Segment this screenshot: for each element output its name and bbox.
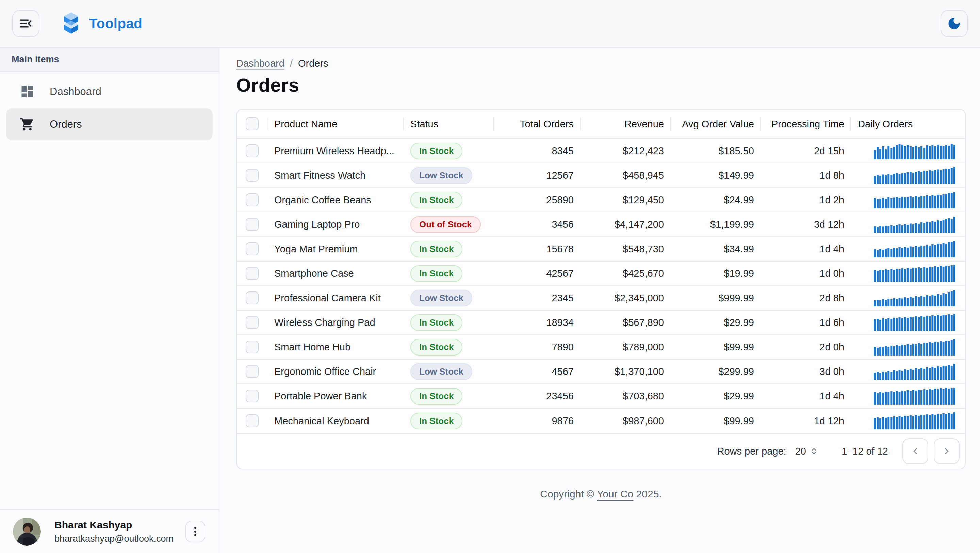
cell-avg-order-value: $999.99 xyxy=(671,293,761,304)
row-checkbox[interactable] xyxy=(246,144,259,157)
table-row[interactable]: Smart Fitness WatchLow Stock12567$458,94… xyxy=(237,163,965,188)
cell-revenue: $567,890 xyxy=(581,317,671,328)
row-checkbox[interactable] xyxy=(246,341,259,354)
sidebar-nav: Dashboard Orders xyxy=(0,72,219,141)
breadcrumb-dashboard-link[interactable]: Dashboard xyxy=(236,58,285,69)
chevron-left-icon xyxy=(909,445,921,457)
cell-avg-order-value: $1,199.99 xyxy=(671,219,761,230)
cell-revenue: $1,370,100 xyxy=(581,366,671,377)
unfold-stepper-icon xyxy=(809,446,819,456)
cell-avg-order-value: $149.99 xyxy=(671,170,761,181)
table-row[interactable]: Yoga Mat PremiumIn Stock15678$548,730$34… xyxy=(237,237,965,261)
row-checkbox[interactable] xyxy=(246,390,259,403)
table-row[interactable]: Portable Power BankIn Stock23456$703,680… xyxy=(237,384,965,409)
footer-company-link[interactable]: Your Co xyxy=(597,488,633,500)
toolpad-app: Toolpad Main items Dashboard xyxy=(0,0,980,553)
cell-processing-time: 3d 12h xyxy=(761,219,851,230)
cell-status: In Stock xyxy=(404,339,494,355)
account-name: Bharat Kashyap xyxy=(54,519,185,531)
daily-orders-sparkline xyxy=(874,387,956,405)
cell-revenue: $4,147,200 xyxy=(581,219,671,230)
table-row[interactable]: Smartphone CaseIn Stock42567$425,670$19.… xyxy=(237,261,965,286)
account-menu-button[interactable] xyxy=(185,521,205,542)
row-checkbox-cell xyxy=(237,242,267,255)
row-checkbox-cell xyxy=(237,292,267,304)
status-badge: Low Stock xyxy=(410,167,472,184)
status-badge: In Stock xyxy=(410,388,463,405)
row-checkbox-cell xyxy=(237,390,267,403)
theme-toggle-button[interactable] xyxy=(940,10,968,37)
row-checkbox[interactable] xyxy=(246,316,259,329)
rows-per-page-select[interactable]: 20 xyxy=(795,446,819,457)
orders-table: Product NameStatusTotal OrdersRevenueAvg… xyxy=(236,109,966,469)
cell-daily-orders xyxy=(851,191,965,209)
sidebar-item-dashboard[interactable]: Dashboard xyxy=(6,76,213,108)
cell-avg-order-value: $185.50 xyxy=(671,145,761,157)
column-header-avg-order-value[interactable]: Avg Order Value xyxy=(671,110,761,138)
cell-revenue: $703,680 xyxy=(581,390,671,402)
row-checkbox[interactable] xyxy=(246,365,259,378)
column-header-revenue[interactable]: Revenue xyxy=(581,110,671,138)
daily-orders-sparkline xyxy=(874,216,956,233)
row-checkbox[interactable] xyxy=(246,267,259,280)
cell-status: In Stock xyxy=(404,413,494,429)
table-row[interactable]: Smart Home HubIn Stock7890$789,000$99.99… xyxy=(237,335,965,360)
app-title: Toolpad xyxy=(89,16,142,31)
footer-copyright: Copyright © Your Co 2025. xyxy=(236,488,966,500)
row-checkbox-cell xyxy=(237,144,267,157)
column-header-total-orders[interactable]: Total Orders xyxy=(494,110,581,138)
cell-avg-order-value: $19.99 xyxy=(671,268,761,279)
row-checkbox[interactable] xyxy=(246,218,259,231)
status-badge: Out of Stock xyxy=(410,216,481,233)
table-row[interactable]: Gaming Laptop ProOut of Stock3456$4,147,… xyxy=(237,212,965,237)
status-badge: In Stock xyxy=(410,339,463,355)
table-row[interactable]: Organic Coffee BeansIn Stock25890$129,45… xyxy=(237,188,965,212)
table-row[interactable]: Wireless Charging PadIn Stock18934$567,8… xyxy=(237,311,965,335)
status-badge: In Stock xyxy=(410,192,463,209)
column-header-status[interactable]: Status xyxy=(404,110,494,138)
status-badge: In Stock xyxy=(410,413,463,429)
cell-revenue: $425,670 xyxy=(581,268,671,279)
collapse-sidebar-button[interactable] xyxy=(12,10,40,37)
row-checkbox[interactable] xyxy=(246,414,259,427)
sidebar-spacer xyxy=(0,141,219,509)
page-title: Orders xyxy=(236,74,966,96)
daily-orders-sparkline xyxy=(874,314,956,331)
sidebar-section-label: Main items xyxy=(11,54,59,65)
avatar[interactable] xyxy=(13,518,41,545)
cell-daily-orders xyxy=(851,241,965,257)
row-checkbox-cell xyxy=(237,365,267,378)
cell-total-orders: 7890 xyxy=(494,341,581,353)
cell-status: In Stock xyxy=(404,314,494,331)
cell-total-orders: 25890 xyxy=(494,194,581,206)
column-header-processing-time[interactable]: Processing Time xyxy=(761,110,851,138)
row-checkbox[interactable] xyxy=(246,292,259,304)
column-header-product-name[interactable]: Product Name xyxy=(267,110,404,138)
cell-product-name: Wireless Charging Pad xyxy=(267,317,404,328)
daily-orders-sparkline xyxy=(874,289,956,306)
sidebar-section-header: Main items xyxy=(0,48,219,72)
row-checkbox[interactable] xyxy=(246,242,259,255)
table-row[interactable]: Professional Camera KitLow Stock2345$2,3… xyxy=(237,286,965,311)
cell-product-name: Ergonomic Office Chair xyxy=(267,366,404,377)
cell-revenue: $789,000 xyxy=(581,341,671,353)
next-page-button[interactable] xyxy=(934,438,959,464)
row-checkbox[interactable] xyxy=(246,193,259,206)
cell-avg-order-value: $24.99 xyxy=(671,194,761,206)
sidebar-item-orders[interactable]: Orders xyxy=(6,108,213,140)
column-header-daily-orders[interactable]: Daily Orders xyxy=(851,110,965,138)
previous-page-button[interactable] xyxy=(902,438,928,464)
cell-status: In Stock xyxy=(404,192,494,209)
table-row[interactable]: Premium Wireless Headp...In Stock8345$21… xyxy=(237,139,965,163)
row-checkbox-cell xyxy=(237,267,267,280)
row-checkbox[interactable] xyxy=(246,169,259,182)
cell-processing-time: 1d 0h xyxy=(761,268,851,279)
footer-prefix: Copyright © xyxy=(540,488,597,500)
table-row[interactable]: Ergonomic Office ChairLow Stock4567$1,37… xyxy=(237,360,965,384)
cell-status: In Stock xyxy=(404,265,494,282)
select-all-checkbox[interactable] xyxy=(246,118,259,131)
table-row[interactable]: Mechanical KeyboardIn Stock9876$987,600$… xyxy=(237,409,965,433)
sidebar: Main items Dashboard Orders xyxy=(0,48,220,553)
daily-orders-sparkline xyxy=(874,363,956,380)
cell-processing-time: 2d 15h xyxy=(761,145,851,157)
